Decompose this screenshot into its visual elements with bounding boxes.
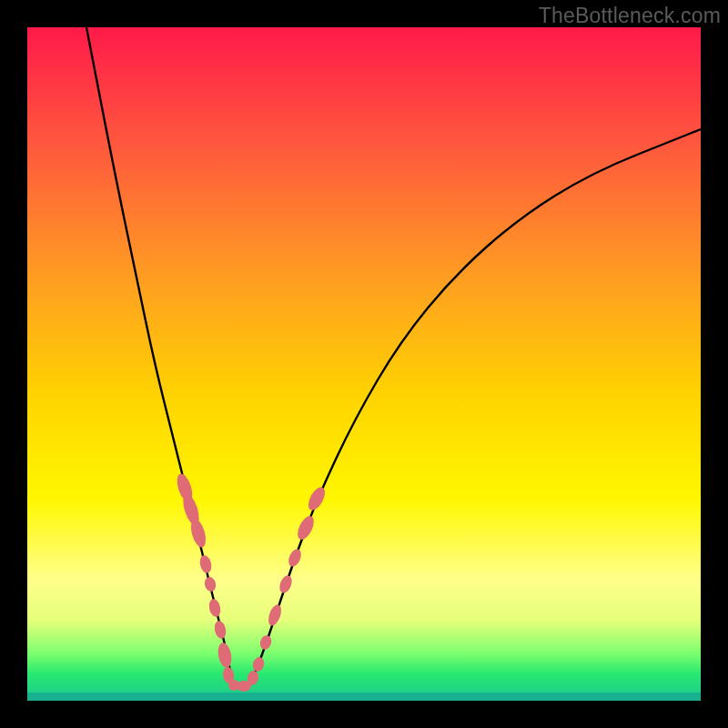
data-marker [278, 573, 295, 594]
curve-right-branch [250, 129, 701, 684]
data-marker [295, 513, 318, 541]
watermark-text: TheBottleneck.com [539, 4, 721, 28]
outer-frame: TheBottleneck.com [0, 0, 728, 728]
data-marker [305, 484, 329, 512]
plot-area [27, 27, 701, 701]
data-marker [286, 547, 303, 568]
data-marker [213, 620, 228, 640]
data-marker [198, 554, 213, 574]
data-marker [207, 598, 222, 618]
data-marker [251, 656, 266, 673]
data-marker [203, 576, 217, 592]
curve-layer [27, 27, 701, 701]
data-marker [266, 603, 283, 628]
data-marker [217, 642, 234, 669]
marker-layer [174, 472, 328, 692]
data-marker [258, 634, 273, 652]
